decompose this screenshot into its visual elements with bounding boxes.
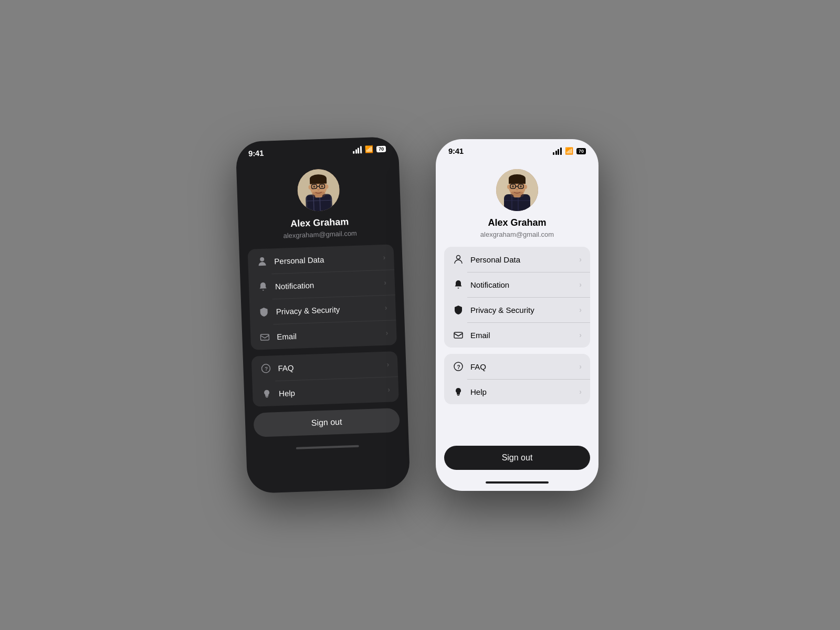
svg-rect-46	[457, 394, 460, 395]
notification-label-light: Notification	[470, 280, 579, 289]
lightbulb-icon-light	[453, 386, 464, 397]
svg-point-35	[524, 185, 527, 189]
shield-icon-dark	[258, 306, 270, 318]
chevron-icon-email-dark: ›	[385, 329, 388, 337]
menu-item-email-dark[interactable]: Email ›	[250, 320, 397, 350]
help-label-dark: Help	[279, 385, 388, 397]
svg-rect-17	[312, 192, 326, 197]
person-icon-dark	[256, 256, 268, 268]
svg-rect-9	[310, 178, 327, 184]
bell-icon-light	[453, 279, 464, 290]
user-email-dark: alexgraham@gmail.com	[283, 229, 357, 240]
wifi-icon-light: 📶	[565, 147, 573, 155]
email-label-dark: Email	[277, 328, 386, 341]
envelope-icon-dark	[259, 331, 271, 343]
menu-item-privacy-light[interactable]: Privacy & Security ›	[444, 297, 590, 322]
chevron-faq-light: ›	[579, 362, 582, 371]
svg-line-3	[313, 195, 314, 211]
svg-rect-26	[506, 195, 529, 211]
menu-group-2-light: ? FAQ › Help ›	[444, 354, 590, 404]
signout-button-light[interactable]: Sign out	[444, 446, 590, 470]
faq-label-dark: FAQ	[278, 360, 387, 372]
menu-group-2-dark: ? FAQ › Help ›	[251, 351, 399, 407]
svg-rect-19	[260, 334, 269, 341]
personal-data-label-light: Personal Data	[470, 255, 579, 264]
light-phone: 9:41 📶 70	[436, 139, 598, 491]
privacy-label-dark: Privacy & Security	[276, 303, 385, 316]
profile-section-light: Alex Graham alexgraham@gmail.com	[436, 159, 598, 247]
svg-line-4	[320, 195, 320, 211]
home-bar-light	[486, 481, 549, 484]
signout-button-dark[interactable]: Sign out	[253, 408, 400, 437]
menu-item-personal-data-light[interactable]: Personal Data ›	[444, 247, 590, 272]
signout-section-dark: Sign out	[245, 407, 408, 444]
status-time-light: 9:41	[448, 146, 464, 155]
bell-icon-dark	[257, 281, 269, 293]
notification-label-dark: Notification	[275, 278, 384, 290]
dark-phone: 9:41 📶 70	[235, 136, 410, 494]
chevron-privacy-light: ›	[579, 306, 582, 314]
home-bar-dark	[296, 445, 359, 449]
status-time-dark: 9:41	[248, 149, 264, 158]
wifi-icon-dark: 📶	[365, 145, 374, 153]
person-icon-light	[453, 254, 464, 265]
menu-item-notification-light[interactable]: Notification ›	[444, 272, 590, 297]
signal-icon-light	[553, 148, 562, 155]
chevron-help-light: ›	[579, 387, 582, 396]
question-icon-dark: ?	[260, 362, 272, 374]
email-label-light: Email	[470, 331, 579, 340]
lightbulb-icon-dark	[261, 387, 273, 400]
svg-point-34	[507, 185, 510, 189]
svg-point-40	[520, 185, 522, 187]
avatar-dark	[297, 169, 340, 212]
question-icon-light: ?	[453, 361, 464, 372]
home-indicator-light	[436, 476, 598, 491]
menu-item-help-light[interactable]: Help ›	[444, 379, 590, 404]
svg-point-39	[512, 185, 514, 187]
svg-rect-43	[454, 332, 463, 338]
battery-dark: 70	[376, 145, 386, 152]
chevron-notif-light: ›	[579, 280, 582, 289]
svg-rect-47	[457, 395, 459, 396]
privacy-label-light: Privacy & Security	[470, 306, 579, 314]
user-name-dark: Alex Graham	[290, 216, 349, 229]
chevron-icon-faq-dark: ›	[386, 360, 389, 369]
svg-rect-22	[265, 396, 268, 397]
shield-icon-light	[453, 304, 464, 316]
help-label-light: Help	[470, 387, 579, 396]
menu-item-help-dark[interactable]: Help ›	[252, 376, 399, 407]
personal-data-label-dark: Personal Data	[274, 253, 383, 265]
faq-label-light: FAQ	[470, 362, 579, 371]
envelope-icon-light	[453, 329, 464, 341]
menu-group-1-dark: Personal Data › Notification › Privacy &…	[248, 244, 397, 350]
user-name-light: Alex Graham	[488, 217, 546, 228]
chevron-icon-notif-dark: ›	[384, 278, 386, 287]
svg-point-42	[457, 256, 460, 259]
user-email-light: alexgraham@gmail.com	[480, 230, 554, 238]
svg-rect-33	[509, 178, 526, 184]
chevron-icon-privacy-dark: ›	[385, 303, 387, 312]
svg-text:?: ?	[457, 364, 460, 370]
chevron-personal-light: ›	[579, 255, 582, 264]
chevron-icon-personal-dark: ›	[383, 253, 385, 261]
signal-icon-dark	[353, 146, 362, 154]
menu-item-email-light[interactable]: Email ›	[444, 322, 590, 348]
status-icons-light: 📶 70	[553, 147, 586, 155]
signout-section-light: Sign out	[436, 446, 598, 476]
menu-item-faq-light[interactable]: ? FAQ ›	[444, 354, 590, 379]
svg-text:?: ?	[265, 366, 268, 372]
svg-rect-41	[510, 192, 524, 197]
svg-rect-2	[307, 195, 331, 212]
status-icons-dark: 📶 70	[353, 145, 386, 154]
status-bar-light: 9:41 📶 70	[436, 139, 598, 159]
battery-light: 70	[576, 148, 586, 154]
avatar-light	[496, 169, 538, 211]
chevron-email-light: ›	[579, 331, 582, 339]
svg-rect-23	[266, 397, 268, 398]
svg-point-18	[260, 257, 264, 261]
menu-group-1-light: Personal Data › Notification › Privacy &…	[444, 247, 590, 348]
profile-section-dark: Alex Graham alexgraham@gmail.com	[236, 156, 402, 250]
chevron-icon-help-dark: ›	[387, 385, 390, 394]
